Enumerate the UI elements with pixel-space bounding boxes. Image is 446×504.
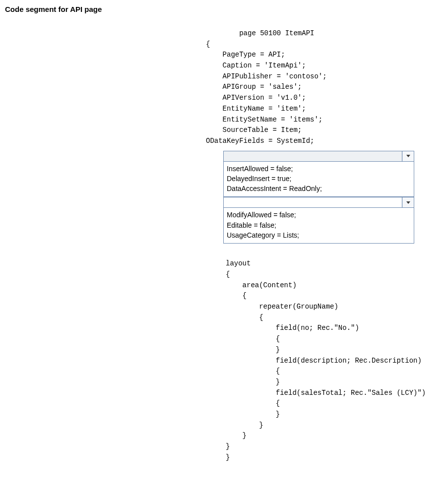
dropdown-stack: InsertAllowed = false; DelayedInsert = t… (223, 151, 414, 244)
dropdown-1-toggle[interactable] (402, 151, 414, 161)
page-heading: Code segment for API page (5, 5, 441, 13)
dropdown-2-options: ModifyAllowed = false; Editable = false;… (223, 208, 414, 244)
dropdown-2-toggle[interactable] (402, 197, 414, 207)
dropdown-2-option[interactable]: UsageCategory = Lists; (227, 230, 411, 240)
dropdown-2-option[interactable]: ModifyAllowed = false; (227, 210, 411, 220)
dropdown-2-selector[interactable] (223, 197, 414, 208)
dropdown-1-option[interactable]: DelayedInsert = true; (227, 174, 411, 184)
dropdown-2-value[interactable] (224, 197, 402, 207)
dropdown-2: ModifyAllowed = false; Editable = false;… (223, 197, 414, 244)
dropdown-1-option[interactable]: InsertAllowed = false; (227, 164, 411, 174)
chevron-down-icon (406, 155, 410, 157)
code-segment-bottom: layout { area(Content) { repeater(GroupN… (226, 258, 441, 463)
dropdown-1-selector[interactable] (223, 151, 414, 162)
dropdown-1-value[interactable] (224, 151, 402, 161)
dropdown-1-option[interactable]: DataAccessIntent = ReadOnly; (227, 184, 411, 193)
dropdown-2-option[interactable]: Editable = false; (227, 220, 411, 230)
chevron-down-icon (406, 201, 410, 204)
code-segment-top: page 50100 ItemAPI { PageType = API; Cap… (206, 28, 441, 147)
dropdown-1: InsertAllowed = false; DelayedInsert = t… (223, 151, 414, 197)
dropdown-1-options: InsertAllowed = false; DelayedInsert = t… (223, 162, 414, 197)
